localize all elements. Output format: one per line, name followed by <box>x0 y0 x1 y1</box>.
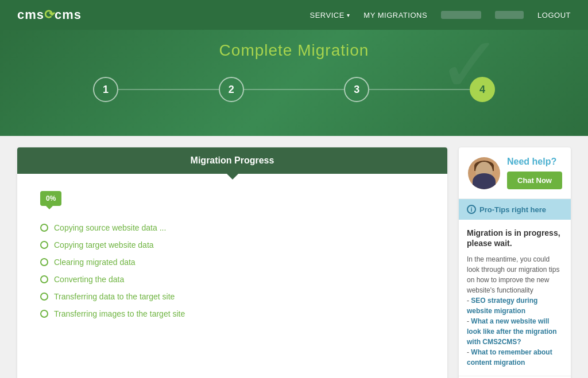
header: cms ⟳ cms SERVICE ▾ MY MIGRATIONS LOGOUT <box>0 0 588 30</box>
tips-navigation: ‹ › <box>459 376 571 378</box>
checklist-item: Transferring data to the target site <box>40 292 430 301</box>
pro-tips-header: i Pro-Tips right here <box>459 199 571 220</box>
nav-logout[interactable]: LOGOUT <box>537 11 571 20</box>
logo-arrow-icon: ⟳ <box>44 7 55 22</box>
tips-body: Migration is in progress, please wait. I… <box>459 220 571 376</box>
chevron-down-icon: ▾ <box>347 12 350 18</box>
step-4: 4 <box>470 77 495 102</box>
step-2: 2 <box>219 77 244 102</box>
help-card: Need help? Chat Now i Pro-Tips right her… <box>459 147 571 378</box>
main-nav: SERVICE ▾ MY MIGRATIONS LOGOUT <box>310 11 571 20</box>
page-title: Complete Migration <box>219 41 369 60</box>
nav-my-migrations[interactable]: MY MIGRATIONS <box>363 11 427 20</box>
help-top: Need help? Chat Now <box>459 147 571 199</box>
step-line-2 <box>244 89 345 90</box>
main-content: Migration Progress 0% Copying source web… <box>0 136 588 378</box>
need-help-text: Need help? <box>507 157 556 167</box>
checklist: Copying source website data ... Copying … <box>40 223 430 318</box>
info-icon: i <box>467 205 476 214</box>
checklist-item: Transferring images to the target site <box>40 309 430 318</box>
check-circle-icon <box>40 258 48 266</box>
step-1: 1 <box>93 77 118 102</box>
logo: cms ⟳ cms <box>17 7 82 22</box>
hero-banner: Complete Migration 1 2 3 4 <box>0 30 588 136</box>
logo-text: cms <box>17 7 44 22</box>
step-line-1 <box>118 89 219 90</box>
migration-progress-box: Migration Progress 0% Copying source web… <box>17 147 447 378</box>
checklist-item: Converting the data <box>40 275 430 284</box>
nav-user-redacted <box>441 11 481 19</box>
check-circle-icon <box>40 224 48 232</box>
checklist-item-label: Copying source website data ... <box>54 223 166 232</box>
step-line-3 <box>369 89 470 90</box>
help-text-group: Need help? Chat Now <box>507 157 562 189</box>
tips-intro: In the meantime, you could look through … <box>467 254 563 368</box>
check-circle-icon <box>40 293 48 301</box>
migration-body: 0% Copying source website data ... Copyi… <box>17 174 447 336</box>
checklist-item: Copying target website data <box>40 240 430 250</box>
migration-header: Migration Progress <box>17 147 447 174</box>
nav-service[interactable]: SERVICE ▾ <box>310 11 350 20</box>
checklist-item-label: Converting the data <box>54 275 124 284</box>
chat-now-button[interactable]: Chat Now <box>507 172 562 189</box>
nav-account-redacted <box>495 11 524 19</box>
checklist-item: Clearing migrated data <box>40 258 430 267</box>
tips-link-3[interactable]: What to remember about content migration <box>467 348 552 367</box>
check-circle-icon <box>40 275 48 283</box>
checklist-item-label: Copying target website data <box>54 240 154 250</box>
check-circle-icon <box>40 241 48 249</box>
avatar-body <box>473 173 496 189</box>
tips-link-1[interactable]: SEO strategy during website migration <box>467 297 537 315</box>
pro-tips-label: Pro-Tips right here <box>479 205 546 214</box>
checklist-item-label: Transferring data to the target site <box>54 292 175 301</box>
checklist-item-label: Clearing migrated data <box>54 258 136 267</box>
logo-text-2: cms <box>55 7 82 22</box>
checklist-item: Copying source website data ... <box>40 223 430 232</box>
check-circle-icon <box>40 310 48 318</box>
step-3: 3 <box>344 77 369 102</box>
progress-badge: 0% <box>40 191 61 206</box>
sidebar: Need help? Chat Now i Pro-Tips right her… <box>459 147 571 378</box>
checklist-item-label: Transferring images to the target site <box>54 309 185 318</box>
tips-link-2[interactable]: What a new website will look like after … <box>467 317 557 346</box>
steps-indicator: 1 2 3 4 <box>93 77 495 102</box>
avatar <box>468 157 500 189</box>
tips-title: Migration is in progress, please wait. <box>467 228 563 248</box>
